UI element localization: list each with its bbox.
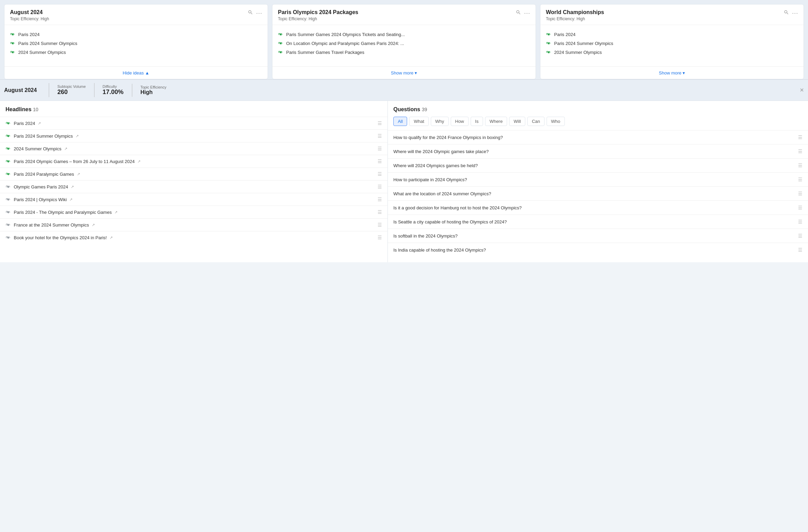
more-icon-august-2024[interactable]: ⋯ — [256, 9, 262, 17]
headline-item-2[interactable]: 2024 Summer Olympics ↗ ☰ — [0, 142, 388, 155]
filter-tab-what[interactable]: What — [409, 117, 428, 126]
questions-count: 39 — [422, 107, 427, 112]
filter-tab-will[interactable]: Will — [509, 117, 525, 126]
info-stat-value-1: 17.00% — [103, 89, 124, 96]
question-item-6[interactable]: Is Seattle a city capable of hosting the… — [388, 215, 808, 229]
headline-left-1: Paris 2024 Summer Olympics ↗ — [5, 133, 79, 139]
card-item-label: Paris 2024 Summer Olympics — [18, 41, 77, 46]
filter-tab-who[interactable]: Who — [547, 117, 565, 126]
question-text-1: Where will the 2024 Olympic games take p… — [393, 149, 489, 154]
card-item-label: Paris Summer Games 2024 Olympics Tickets… — [286, 32, 405, 37]
headline-sort-3[interactable]: ☰ — [378, 159, 382, 164]
search-icon-paris-olympics-packages[interactable] — [516, 10, 521, 16]
question-item-8[interactable]: Is India capable of hosting the 2024 Oly… — [388, 243, 808, 257]
headline-item-5[interactable]: Olympic Games Paris 2024 ↗ ☰ — [0, 180, 388, 193]
question-sort-0[interactable]: ☰ — [798, 135, 803, 140]
card-actions-world-championships[interactable]: ⋯ — [784, 9, 798, 17]
question-item-0[interactable]: How to qualify for the 2024 France Olymp… — [388, 130, 808, 144]
headline-left-4: Paris 2024 Paralympic Games ↗ — [5, 171, 80, 177]
close-icon[interactable]: × — [800, 86, 804, 94]
headline-sort-9[interactable]: ☰ — [378, 235, 382, 240]
headline-item-9[interactable]: Book your hotel for the Olympics 2024 in… — [0, 231, 388, 244]
card-footer-world-championships[interactable]: Show more ▾ — [540, 66, 804, 79]
headline-sort-0[interactable]: ☰ — [378, 120, 382, 126]
question-item-1[interactable]: Where will the 2024 Olympic games take p… — [388, 144, 808, 158]
filter-tab-all[interactable]: All — [393, 117, 407, 126]
main-content: Headlines 10 Paris 2024 ↗ ☰ Paris 2024 S… — [0, 101, 808, 262]
card-body-paris-olympics-packages: Paris Summer Games 2024 Olympics Tickets… — [272, 25, 536, 66]
card-paris-olympics-packages: Paris Olympics 2024 Packages Topic Effic… — [272, 4, 536, 79]
question-item-7[interactable]: Is softball in the 2024 Olympics? ☰ — [388, 229, 808, 243]
question-sort-7[interactable]: ☰ — [798, 233, 803, 239]
card-world-championships: World Championships Topic Efficiency: Hi… — [540, 4, 804, 79]
headline-sort-5[interactable]: ☰ — [378, 184, 382, 189]
card-actions-august-2024[interactable]: ⋯ — [248, 9, 262, 17]
question-sort-5[interactable]: ☰ — [798, 205, 803, 210]
filter-tab-is[interactable]: Is — [471, 117, 483, 126]
headline-item-6[interactable]: Paris 2024 | Olympics Wiki ↗ ☰ — [0, 193, 388, 206]
headline-sort-8[interactable]: ☰ — [378, 222, 382, 228]
card-item: 2024 Summer Olympics — [546, 48, 798, 57]
headline-left-3: Paris 2024 Olympic Games – from 26 July … — [5, 159, 141, 164]
question-item-5[interactable]: Is it a good decision for Hamburg not to… — [388, 200, 808, 215]
filter-tab-where[interactable]: Where — [485, 117, 507, 126]
question-text-8: Is India capable of hosting the 2024 Oly… — [393, 247, 486, 253]
question-sort-1[interactable]: ☰ — [798, 149, 803, 154]
question-item-2[interactable]: Where will 2024 Olympics games be held? … — [388, 158, 808, 172]
info-stat-value-0: 260 — [57, 89, 86, 96]
headline-sort-4[interactable]: ☰ — [378, 171, 382, 177]
card-footer-link-august-2024[interactable]: Hide ideas ▲ — [123, 70, 149, 76]
card-footer-link-world-championships[interactable]: Show more ▾ — [659, 70, 685, 76]
more-icon-world-championships[interactable]: ⋯ — [792, 9, 798, 17]
headline-sort-2[interactable]: ☰ — [378, 146, 382, 151]
filter-tab-why[interactable]: Why — [431, 117, 449, 126]
question-sort-6[interactable]: ☰ — [798, 219, 803, 224]
top-cards-section: August 2024 Topic Efficiency: High ⋯ Par… — [0, 0, 808, 79]
headline-item-7[interactable]: Paris 2024 - The Olympic and Paralympic … — [0, 206, 388, 218]
question-sort-3[interactable]: ☰ — [798, 177, 803, 182]
card-subtitle-august-2024: Topic Efficiency: High — [10, 16, 49, 21]
question-sort-4[interactable]: ☰ — [798, 191, 803, 196]
more-options-icon[interactable]: ⋯ — [256, 10, 262, 16]
card-body-august-2024: Paris 2024 Paris 2024 Summer Olympics 20… — [4, 25, 268, 66]
headline-sort-7[interactable]: ☰ — [378, 209, 382, 215]
headlines-header: Headlines 10 — [0, 106, 388, 117]
filter-tab-how[interactable]: How — [451, 117, 469, 126]
more-options-icon[interactable]: ⋯ — [524, 10, 530, 16]
card-footer-paris-olympics-packages[interactable]: Show more ▾ — [272, 66, 536, 79]
card-item: Paris Summer Games Travel Packages — [278, 48, 530, 57]
card-footer-link-paris-olympics-packages[interactable]: Show more ▾ — [391, 70, 417, 76]
question-item-3[interactable]: How to participate in 2024 Olympics? ☰ — [388, 172, 808, 186]
headline-text-6: Paris 2024 | Olympics Wiki — [14, 197, 67, 202]
question-sort-8[interactable]: ☰ — [798, 247, 803, 253]
headline-sort-6[interactable]: ☰ — [378, 197, 382, 202]
question-text-3: How to participate in 2024 Olympics? — [393, 177, 467, 182]
card-footer-august-2024[interactable]: Hide ideas ▲ — [4, 66, 268, 79]
headline-left-6: Paris 2024 | Olympics Wiki ↗ — [5, 197, 72, 202]
card-actions-paris-olympics-packages[interactable]: ⋯ — [516, 9, 530, 17]
questions-header: Questions 39 — [388, 106, 808, 117]
card-header-august-2024: August 2024 Topic Efficiency: High ⋯ — [4, 4, 268, 25]
headline-text-8: France at the 2024 Summer Olympics — [14, 222, 89, 228]
search-icon-world-championships[interactable] — [784, 10, 789, 16]
headline-item-1[interactable]: Paris 2024 Summer Olympics ↗ ☰ — [0, 129, 388, 142]
question-text-2: Where will 2024 Olympics games be held? — [393, 163, 478, 168]
filter-tab-can[interactable]: Can — [527, 117, 545, 126]
external-link-icon: ↗ — [92, 223, 95, 227]
headline-item-8[interactable]: France at the 2024 Summer Olympics ↗ ☰ — [0, 218, 388, 231]
headline-left-8: France at the 2024 Summer Olympics ↗ — [5, 222, 95, 228]
search-icon-august-2024[interactable] — [248, 10, 253, 16]
question-item-4[interactable]: What are the location of 2024 summer Oly… — [388, 186, 808, 200]
headline-item-3[interactable]: Paris 2024 Olympic Games – from 26 July … — [0, 155, 388, 167]
more-options-icon[interactable]: ⋯ — [792, 10, 798, 16]
headline-item-0[interactable]: Paris 2024 ↗ ☰ — [0, 117, 388, 129]
more-icon-paris-olympics-packages[interactable]: ⋯ — [524, 9, 530, 17]
question-sort-2[interactable]: ☰ — [798, 163, 803, 168]
external-link-icon: ↗ — [69, 197, 72, 202]
headline-item-4[interactable]: Paris 2024 Paralympic Games ↗ ☰ — [0, 167, 388, 180]
headline-left-7: Paris 2024 - The Olympic and Paralympic … — [5, 209, 117, 215]
headline-text-4: Paris 2024 Paralympic Games — [14, 172, 74, 177]
card-item-label: 2024 Summer Olympics — [554, 50, 602, 55]
headline-sort-1[interactable]: ☰ — [378, 133, 382, 139]
info-bar-close-button[interactable]: × — [800, 86, 804, 94]
